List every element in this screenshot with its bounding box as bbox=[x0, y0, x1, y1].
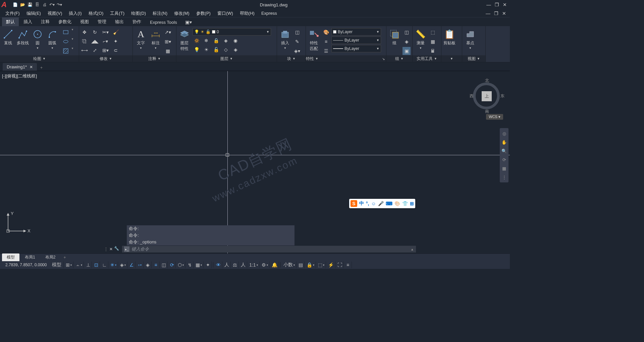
status-customize-icon[interactable]: ≡ bbox=[344, 262, 352, 268]
file-tab[interactable]: Drawing1* ✕ bbox=[3, 63, 37, 71]
nav-showmotion-icon[interactable]: ▦ bbox=[501, 165, 507, 172]
view-cube[interactable]: 北 西 上 东 南 bbox=[470, 76, 503, 109]
menu-view[interactable]: 视图(V) bbox=[44, 9, 65, 17]
layer-lock-icon[interactable]: 🔒 bbox=[212, 37, 220, 45]
coordinates-readout[interactable]: 2.7839, 7.8507, 0.0000 bbox=[5, 263, 47, 267]
select-icon[interactable]: ⬚ bbox=[429, 28, 437, 36]
move-icon[interactable]: ✥ bbox=[80, 28, 89, 36]
undo-icon[interactable]: ↶▾ bbox=[49, 2, 55, 8]
print-icon[interactable]: 🖨 bbox=[42, 2, 48, 8]
viewport-label[interactable]: [-][俯视][二维线框] bbox=[2, 73, 37, 79]
status-annotation-monitor2-icon[interactable]: 🔔 bbox=[270, 262, 279, 268]
viewcube-east[interactable]: 东 bbox=[500, 93, 504, 99]
rectangle-icon[interactable] bbox=[62, 28, 70, 36]
mirror-icon[interactable]: ◢◣ bbox=[91, 37, 99, 45]
quickcalc-icon[interactable]: ▦ bbox=[429, 38, 437, 46]
viewcube-south[interactable]: 南 bbox=[485, 109, 489, 114]
close-button[interactable]: ✕ bbox=[501, 1, 508, 8]
wcs-badge[interactable]: WCS ▾ bbox=[486, 114, 503, 120]
ucs-icon[interactable]: Y X bbox=[5, 211, 32, 239]
nav-wheel-icon[interactable]: ◎ bbox=[501, 130, 507, 137]
layer-off-icon[interactable]: 🔅 bbox=[193, 37, 201, 45]
nav-zoom-icon[interactable]: 🔍 bbox=[501, 148, 507, 154]
ellipse-icon[interactable] bbox=[62, 38, 70, 46]
lineweight-dropdown[interactable]: ByLayer▼ bbox=[331, 45, 381, 52]
linetype-dropdown[interactable]: ByLayer▼ bbox=[331, 37, 381, 44]
layer-iso-icon[interactable]: ◇ bbox=[222, 46, 230, 54]
tool-insert-block[interactable]: 插入 ▼ bbox=[278, 28, 292, 50]
mdi-restore-button[interactable]: ❐ bbox=[492, 10, 500, 17]
drawing-canvas[interactable]: [-][俯视][二维线框] CAD自学网 www.cadzxw.com 北 西 … bbox=[0, 71, 510, 253]
layer-freeze-icon[interactable]: ❄ bbox=[202, 37, 210, 45]
ribbon-tab-output[interactable]: 输出 bbox=[111, 17, 128, 26]
tool-dimension[interactable]: ⟷ 标注 ▼ bbox=[149, 28, 162, 50]
redo-icon[interactable]: ↷▾ bbox=[56, 2, 62, 8]
tool-polyline[interactable]: 多段线 bbox=[16, 28, 30, 47]
panel-title-modify[interactable]: 修改▼ bbox=[79, 55, 132, 62]
block-attr-icon[interactable]: ◈▾ bbox=[293, 47, 301, 55]
command-input[interactable]: 键入命令 bbox=[131, 246, 149, 252]
panel-title-utils[interactable]: 实用工具▼ bbox=[413, 55, 441, 62]
copy-icon[interactable]: ⿻ bbox=[80, 37, 89, 45]
status-iso-icon[interactable]: ◈▾ bbox=[119, 262, 127, 268]
layer-on-icon[interactable]: 💡 bbox=[193, 46, 201, 54]
file-tab-add[interactable]: + bbox=[38, 65, 45, 71]
ribbon-tab-parametric[interactable]: 参数化 bbox=[54, 17, 75, 26]
menu-format[interactable]: 格式(O) bbox=[85, 9, 107, 17]
scale-icon[interactable]: ⤢ bbox=[91, 46, 99, 54]
mdi-minimize-button[interactable]: — bbox=[484, 10, 492, 17]
layout-tab-layout1[interactable]: 布局1 bbox=[20, 253, 40, 261]
tool-text[interactable]: A 文字 ▼ bbox=[134, 28, 148, 50]
status-3d-icon[interactable]: ⬡▾ bbox=[176, 262, 185, 268]
status-isolate-icon[interactable]: ⬚▾ bbox=[317, 262, 326, 268]
ime-punct[interactable]: °, bbox=[366, 201, 369, 206]
status-annotation-auto-icon[interactable]: ⚖ bbox=[231, 262, 239, 268]
status-quickprops-icon[interactable]: ▤ bbox=[297, 262, 305, 268]
ime-emoji-icon[interactable]: ☺ bbox=[371, 201, 376, 206]
menu-file[interactable]: 文件(F) bbox=[2, 9, 23, 17]
status-3dosnap-icon[interactable]: ◈ bbox=[144, 262, 152, 268]
menu-modify[interactable]: 修改(M) bbox=[171, 9, 193, 17]
status-selection-filter-icon[interactable]: ▦▾ bbox=[194, 262, 204, 268]
status-model-button[interactable]: 模型 bbox=[51, 262, 64, 268]
status-clean-screen-icon[interactable]: ⛶ bbox=[336, 262, 344, 268]
tool-baseview[interactable]: 基点 ▼ bbox=[464, 28, 477, 50]
ime-voice-icon[interactable]: 🎤 bbox=[378, 201, 384, 206]
status-otrack-icon[interactable]: ∠ bbox=[128, 262, 136, 268]
panel-title-annotate[interactable]: 注释▼ bbox=[133, 55, 176, 62]
tool-paste[interactable]: 📋 剪贴板 bbox=[443, 28, 456, 47]
layout-tab-model[interactable]: 模型 bbox=[2, 253, 19, 261]
ungroup-icon[interactable]: ◫ bbox=[402, 28, 411, 36]
status-annotation-monitor-icon[interactable]: 👁 bbox=[215, 262, 222, 268]
color-dropdown[interactable]: ByLayer▼ bbox=[331, 28, 381, 36]
table-create-icon[interactable]: ⊞▾ bbox=[164, 38, 172, 46]
viewcube-west[interactable]: 西 bbox=[470, 93, 474, 99]
viewcube-face[interactable]: 上 bbox=[482, 91, 492, 101]
tool-circle[interactable]: 圆 ▼ bbox=[31, 28, 44, 50]
ime-shirt-icon[interactable]: 👕 bbox=[402, 201, 408, 206]
tool-arc[interactable]: 圆弧 ▼ bbox=[46, 28, 59, 50]
fillet-icon[interactable]: ⌐▾ bbox=[101, 37, 109, 45]
mdi-close-button[interactable]: ✕ bbox=[500, 10, 508, 17]
explode-icon[interactable]: ✦ bbox=[112, 37, 120, 45]
maximize-button[interactable]: ❐ bbox=[493, 1, 500, 8]
erase-icon[interactable]: 🧹 bbox=[112, 28, 120, 36]
table-icon[interactable]: ▦ bbox=[164, 47, 172, 55]
ribbon-tab-annotate[interactable]: 注释 bbox=[37, 17, 54, 26]
status-grid-icon[interactable]: ⊞▾ bbox=[64, 262, 73, 268]
ribbon-tab-manage[interactable]: 管理 bbox=[94, 17, 110, 26]
status-scale-button[interactable]: 1:1▾ bbox=[248, 262, 259, 268]
cmd-customize-icon[interactable]: 🔧 bbox=[114, 246, 121, 252]
block-edit-icon[interactable]: ✎ bbox=[293, 38, 301, 46]
status-infer-icon[interactable]: ⊥ bbox=[85, 262, 92, 268]
save-icon[interactable]: 💾 bbox=[27, 2, 33, 8]
ime-logo-icon[interactable]: S bbox=[351, 200, 357, 207]
ime-keyboard-icon[interactable]: ⌨ bbox=[386, 201, 392, 206]
menu-tools[interactable]: 工具(T) bbox=[107, 9, 128, 17]
status-osnap-icon[interactable]: ▫▾ bbox=[136, 262, 144, 268]
status-lock-ui-icon[interactable]: 🔒▾ bbox=[305, 262, 316, 268]
layer-thaw-icon[interactable]: ☀ bbox=[202, 46, 210, 54]
panel-title-view[interactable]: 视图▼ bbox=[462, 55, 485, 62]
block-create-icon[interactable]: ◫ bbox=[293, 28, 301, 36]
layout-tab-layout2[interactable]: 布局2 bbox=[41, 253, 60, 261]
